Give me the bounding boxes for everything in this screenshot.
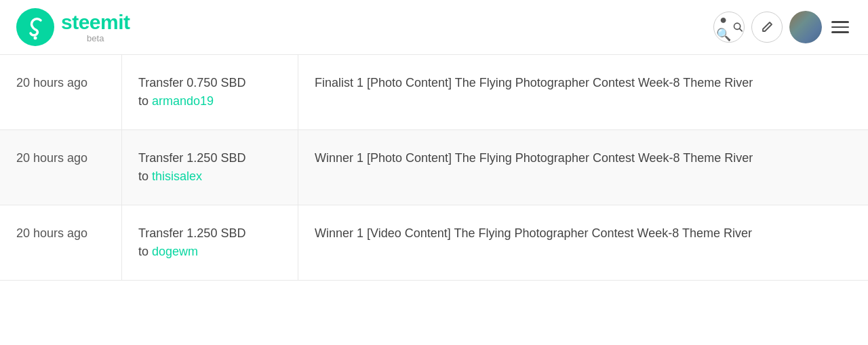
recipient-link[interactable]: dogewm: [152, 245, 198, 258]
header-actions: ●🔍: [713, 11, 852, 43]
header: steemit beta ●🔍: [0, 0, 868, 55]
memo-cell: Winner 1 [Photo Content] The Flying Phot…: [298, 130, 868, 205]
table-row: 20 hours agoTransfer 0.750 SBD to armand…: [0, 55, 868, 130]
transfer-amount: Transfer 1.250 SBD: [138, 151, 245, 165]
transfer-to-label: to: [138, 245, 152, 258]
svg-point-1: [34, 37, 37, 40]
avatar-image: [789, 11, 822, 43]
transfer-to-label: to: [138, 94, 152, 108]
logo-text: steemit: [61, 12, 130, 33]
menu-icon-line-2: [831, 26, 849, 28]
search-icon: ●🔍: [714, 13, 732, 42]
recipient-link[interactable]: armando19: [152, 94, 214, 108]
logo-text-wrap: steemit beta: [61, 12, 130, 43]
table-row: 20 hours agoTransfer 1.250 SBD to thisis…: [0, 130, 868, 205]
transactions-table: 20 hours agoTransfer 0.750 SBD to armand…: [0, 55, 868, 281]
menu-icon-line-3: [831, 31, 849, 33]
logo-beta: beta: [61, 34, 130, 43]
recipient-link[interactable]: thisisalex: [152, 169, 202, 183]
table-row: 20 hours agoTransfer 1.250 SBD to dogewm…: [0, 205, 868, 281]
steemit-logo-icon: [16, 8, 54, 46]
edit-icon: [760, 20, 774, 34]
memo-cell: Winner 1 [Video Content] The Flying Phot…: [298, 205, 868, 280]
time-cell: 20 hours ago: [0, 130, 122, 205]
transfer-to-label: to: [138, 169, 152, 183]
menu-button[interactable]: [829, 18, 852, 36]
transfer-cell: Transfer 0.750 SBD to armando19: [122, 55, 298, 129]
menu-icon-line-1: [831, 21, 849, 23]
transfer-amount: Transfer 0.750 SBD: [138, 76, 245, 89]
transfer-cell: Transfer 1.250 SBD to dogewm: [122, 205, 298, 280]
svg-line-3: [740, 28, 743, 31]
logo-area: steemit beta: [16, 8, 130, 46]
search-svg-icon: [732, 20, 744, 34]
avatar-button[interactable]: [789, 11, 822, 43]
memo-cell: Finalist 1 [Photo Content] The Flying Ph…: [298, 55, 868, 129]
transfer-cell: Transfer 1.250 SBD to thisisalex: [122, 130, 298, 205]
transfer-amount: Transfer 1.250 SBD: [138, 226, 245, 240]
time-cell: 20 hours ago: [0, 55, 122, 129]
time-cell: 20 hours ago: [0, 205, 122, 280]
search-button[interactable]: ●🔍: [713, 12, 745, 43]
svg-point-0: [16, 8, 54, 46]
edit-button[interactable]: [751, 12, 783, 43]
